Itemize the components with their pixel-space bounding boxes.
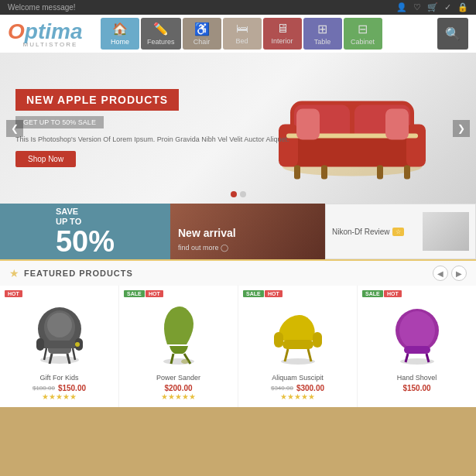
- product-stars-2: ★★★★★: [161, 392, 196, 401]
- chair-3-svg: [263, 298, 333, 368]
- product-prices-3: $340.00 $300.00: [271, 384, 324, 392]
- promo-save[interactable]: SAVE UP TO 50%: [0, 204, 170, 259]
- logo[interactable]: Optima MULTISTORE: [8, 19, 93, 48]
- product-stars-1: ★★★★★: [42, 392, 77, 401]
- home-icon: 🏠: [112, 22, 128, 36]
- svg-point-30: [181, 359, 189, 364]
- svg-rect-24: [36, 338, 44, 351]
- welcome-message: Welcome message!: [8, 3, 76, 12]
- product-card-4[interactable]: SALE HOT Hand Shovel $150.00: [358, 286, 476, 407]
- price-new-2: $200.00: [164, 384, 192, 392]
- banner-title: NEW APPLE PRODUCTS: [15, 89, 179, 111]
- price-new-4: $150.00: [402, 384, 430, 392]
- svg-rect-35: [274, 332, 283, 348]
- arrival-sub: find out more ◯: [178, 244, 228, 252]
- product-card-2[interactable]: SALE HOT Power Sander $200.00 ★★★★★: [119, 286, 238, 407]
- check-icon[interactable]: ✓: [444, 2, 451, 12]
- promo-arrival[interactable]: New arrival find out more ◯: [170, 204, 325, 259]
- price-old-1: $180.00: [33, 385, 55, 392]
- chair-1-svg: [25, 298, 94, 368]
- featured-header-left: ★ FEATURED PRODUCTS: [9, 267, 133, 279]
- product-image-3: [263, 298, 333, 368]
- banner-content: NEW APPLE PRODUCTS GET UP TO 50% SALE Th…: [0, 74, 476, 183]
- logo-ptima: ptima: [25, 19, 83, 43]
- featured-star-icon: ★: [9, 267, 19, 279]
- product-stars-3: ★★★★★: [280, 392, 315, 401]
- lock-icon[interactable]: 🔒: [457, 2, 468, 12]
- product-image-1: [25, 298, 94, 368]
- nav-item-home[interactable]: 🏠 Home: [101, 18, 139, 50]
- product-card-1[interactable]: HOT Gift For Kids $180.00 $150.00: [0, 286, 118, 407]
- promo-review[interactable]: Nikon-Df Review ☆: [325, 204, 476, 259]
- interior-icon: 🖥: [276, 22, 289, 36]
- cart-icon[interactable]: 🛒: [427, 2, 438, 12]
- badge-sale-4: SALE: [362, 290, 383, 297]
- product-name-1: Gift For Kids: [39, 374, 78, 382]
- nav-label-table: Table: [314, 38, 331, 46]
- product-card-3[interactable]: SALE HOT Aliquam Suscipit $340.00 $300.0…: [238, 286, 357, 407]
- badge-hot-4: HOT: [384, 290, 402, 297]
- featured-prev-button[interactable]: ◀: [433, 265, 448, 281]
- featured-next-button[interactable]: ▶: [451, 265, 467, 281]
- product-prices-1: $180.00 $150.00: [33, 384, 86, 392]
- dot-2[interactable]: [240, 191, 246, 197]
- table-icon: ⊞: [317, 22, 327, 36]
- heart-icon[interactable]: ♡: [413, 2, 421, 12]
- nav-label-chair: Chair: [193, 38, 211, 46]
- nav-label-interior: Interior: [272, 37, 293, 45]
- shop-now-button[interactable]: Shop Now: [15, 151, 76, 167]
- product-name-2: Power Sander: [156, 374, 200, 382]
- hero-banner: ❮ NEW APPLE PRODUCTS GET UP TO 50% SALE …: [0, 53, 476, 204]
- nav-label-bed: Bed: [236, 37, 248, 45]
- product-prices-4: $150.00: [402, 384, 430, 392]
- top-bar: Welcome message! 👤 ♡ 🛒 ✓ 🔒: [0, 0, 476, 15]
- price-new-1: $150.00: [58, 384, 86, 392]
- svg-rect-32: [283, 340, 313, 349]
- bed-icon: 🛏: [236, 22, 248, 36]
- promo-strip: SAVE UP TO 50% New arrival find out more…: [0, 204, 476, 259]
- banner-prev-button[interactable]: ❮: [6, 120, 23, 137]
- chair-icon: ♿: [194, 22, 210, 36]
- review-title: Nikon-Df Review: [332, 228, 389, 236]
- save-text: SAVE UP TO: [56, 207, 115, 227]
- main-nav: 🏠 Home ✏️ Features ♿ Chair 🛏 Bed 🖥 Inter…: [101, 18, 430, 50]
- nav-item-features[interactable]: ✏️ Features: [141, 18, 181, 50]
- save-content: SAVE UP TO 50%: [56, 207, 115, 256]
- features-icon: ✏️: [153, 22, 169, 36]
- banner-dots: [231, 191, 246, 197]
- logo-o: O: [8, 19, 25, 43]
- header: Optima MULTISTORE 🏠 Home ✏️ Features ♿ C…: [0, 15, 476, 53]
- chair-2-svg: [144, 298, 214, 368]
- product-name-4: Hand Shovel: [397, 374, 437, 382]
- product-image-4: [382, 298, 452, 368]
- svg-point-26: [75, 342, 80, 347]
- banner-next-button[interactable]: ❯: [453, 120, 470, 137]
- svg-point-20: [47, 313, 72, 337]
- nav-item-chair[interactable]: ♿ Chair: [183, 18, 221, 50]
- product-image-2: [144, 298, 214, 368]
- price-old-3: $340.00: [271, 385, 293, 392]
- banner-desc: This Is Photoshop's Version Of Lorem Ips…: [15, 135, 461, 145]
- svg-rect-36: [313, 332, 322, 348]
- nav-item-interior[interactable]: 🖥 Interior: [263, 18, 302, 50]
- badge-hot-1: HOT: [5, 290, 22, 297]
- price-new-3: $300.00: [296, 384, 324, 392]
- top-bar-icons: 👤 ♡ 🛒 ✓ 🔒: [396, 2, 468, 12]
- badge-sale-3: SALE: [243, 290, 264, 297]
- badge-sale-2: SALE: [124, 290, 145, 297]
- nav-item-table[interactable]: ⊞ Table: [303, 18, 342, 50]
- cabinet-icon: ⊟: [358, 22, 368, 36]
- badge-hot-3: HOT: [265, 290, 283, 297]
- arrival-text: New arrival find out more ◯: [178, 227, 236, 253]
- nav-label-features: Features: [147, 38, 175, 46]
- save-percent: 50%: [56, 227, 115, 256]
- nav-item-bed[interactable]: 🛏 Bed: [223, 18, 262, 50]
- chair-4-svg: [382, 298, 452, 368]
- product-prices-2: $200.00: [164, 384, 192, 392]
- nav-item-cabinet[interactable]: ⊟ Cabinet: [344, 18, 382, 50]
- user-icon[interactable]: 👤: [396, 2, 407, 12]
- product-name-3: Aliquam Suscipit: [272, 374, 324, 382]
- dot-1[interactable]: [231, 191, 237, 197]
- search-button[interactable]: 🔍: [437, 18, 468, 50]
- nav-label-home: Home: [111, 38, 129, 46]
